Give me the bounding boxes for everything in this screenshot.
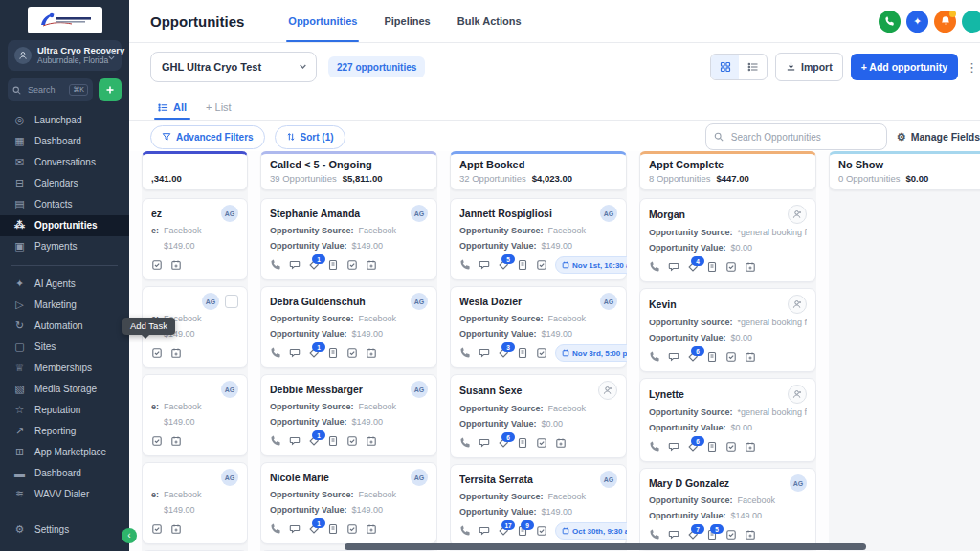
calendar-icon[interactable]	[170, 435, 182, 447]
opportunity-card[interactable]: AG e:Facebook $149.00	[142, 462, 248, 544]
message-icon[interactable]	[289, 347, 301, 359]
opportunity-card[interactable]: Wesla Dozier AG Opportunity Source: Face…	[450, 286, 627, 368]
tag-icon[interactable]: 3	[498, 347, 509, 359]
calendar-icon[interactable]	[555, 437, 567, 449]
tag-icon[interactable]: 17	[498, 525, 509, 537]
assign-user-icon[interactable]	[788, 385, 807, 404]
message-icon[interactable]	[479, 259, 490, 271]
sidebar-item-ai-agents[interactable]: ✦ AI Agents	[0, 274, 129, 295]
notes-icon[interactable]	[706, 351, 718, 363]
opportunity-card[interactable]: Debbie Messbarger AG Opportunity Source:…	[260, 374, 437, 456]
notes-icon[interactable]	[706, 261, 718, 273]
opportunity-card[interactable]: Morgan Opportunity Source: *general book…	[639, 198, 816, 282]
opportunity-card[interactable]: Susann Sexe Opportunity Source: Facebook…	[450, 374, 627, 458]
tag-icon[interactable]: 1	[308, 435, 320, 447]
opportunity-card[interactable]: Nicole Marie AG Opportunity Source: Face…	[260, 462, 437, 544]
opportunity-card[interactable]: Mary D Gonzalez AG Opportunity Source: F…	[639, 468, 816, 550]
task-icon[interactable]	[346, 259, 358, 271]
notes-icon[interactable]	[517, 437, 528, 449]
task-icon[interactable]	[151, 347, 163, 359]
sidebar-item-payments[interactable]: ▣ Payments	[0, 236, 129, 257]
opportunity-card[interactable]: Jannett Rospigliosi AG Opportunity Sourc…	[450, 198, 627, 280]
tag-icon[interactable]: 6	[498, 437, 509, 449]
list-view-icon[interactable]	[739, 55, 767, 79]
import-button[interactable]: Import	[775, 53, 843, 81]
tag-icon[interactable]: 1	[308, 523, 320, 535]
opportunity-card[interactable]: ezAG e:Facebook $149.00	[142, 198, 248, 280]
sidebar-item-marketing[interactable]: ▷ Marketing	[0, 295, 129, 316]
sidebar-item-memberships[interactable]: ♕ Memberships	[0, 358, 129, 379]
calendar-icon[interactable]	[745, 441, 756, 452]
message-icon[interactable]	[668, 529, 679, 540]
task-icon[interactable]	[536, 437, 547, 449]
tab-add-list[interactable]: + List	[198, 101, 239, 120]
appointment-badge[interactable]: Oct 30th, 9:30 am	[555, 522, 627, 540]
opportunity-card[interactable]: Stephanie Amanda AG Opportunity Source: …	[260, 198, 437, 280]
task-icon[interactable]	[725, 351, 737, 363]
notes-icon[interactable]: 9	[517, 525, 528, 537]
message-icon[interactable]	[289, 435, 301, 447]
calendar-icon[interactable]	[745, 261, 756, 273]
call-icon[interactable]	[270, 347, 281, 359]
sidebar-item-launchpad[interactable]: ◎ Launchpad	[0, 110, 129, 131]
calendar-icon[interactable]	[745, 529, 756, 540]
calendar-icon[interactable]	[170, 523, 182, 535]
grid-view-icon[interactable]	[711, 55, 739, 79]
sidebar-item-dashboard-2[interactable]: ▬ Dashboard	[0, 463, 129, 484]
account-switcher[interactable]: Ultra Cryo Recovery Auburndale, Florida	[8, 40, 122, 71]
call-icon[interactable]	[459, 259, 471, 271]
advanced-filters-button[interactable]: Advanced Filters	[150, 125, 265, 149]
appointment-badge[interactable]: Nov 1st, 10:30 am	[555, 256, 627, 274]
notes-icon[interactable]	[327, 259, 339, 271]
call-icon[interactable]	[459, 525, 471, 537]
sidebar-item-reporting[interactable]: ↗ Reporting	[0, 421, 129, 442]
calendar-icon[interactable]	[366, 435, 377, 447]
task-icon[interactable]	[346, 347, 358, 359]
sparkle-icon[interactable]: ✦	[906, 11, 928, 33]
horizontal-scrollbar[interactable]	[345, 543, 866, 550]
notes-icon[interactable]	[327, 347, 339, 359]
task-icon[interactable]	[536, 259, 547, 271]
notes-icon[interactable]	[517, 347, 528, 359]
sidebar-item-conversations[interactable]: ✉ Conversations	[0, 152, 129, 173]
tab-opportunities[interactable]: Opportunities	[275, 0, 370, 42]
opportunity-card[interactable]: Lynette Opportunity Source: *general boo…	[639, 378, 816, 462]
call-icon[interactable]	[270, 523, 281, 535]
notes-icon[interactable]	[327, 435, 339, 447]
opportunity-card[interactable]: Kevin Opportunity Source: *general booki…	[639, 288, 816, 372]
call-icon[interactable]	[649, 261, 660, 273]
calendar-icon[interactable]	[366, 259, 377, 271]
sidebar-item-calendars[interactable]: ⊟ Calendars	[0, 173, 129, 194]
task-icon[interactable]	[151, 435, 163, 447]
sidebar-item-wavv-dialer[interactable]: ≋ WAVV Dialer	[0, 484, 129, 505]
assign-user-icon[interactable]	[788, 205, 807, 224]
task-icon[interactable]	[151, 523, 163, 535]
pipeline-select[interactable]: GHL Ultra Cryo Test	[150, 52, 317, 82]
task-icon[interactable]	[346, 435, 358, 447]
call-icon[interactable]	[270, 435, 281, 447]
tab-pipelines[interactable]: Pipelines	[370, 0, 443, 42]
sidebar-item-automation[interactable]: ↻ Automation	[0, 316, 129, 337]
tab-bulk-actions[interactable]: Bulk Actions	[444, 0, 535, 42]
tab-all[interactable]: All	[150, 101, 194, 120]
task-icon[interactable]	[536, 347, 547, 359]
card-checkbox[interactable]	[225, 295, 238, 308]
message-icon[interactable]	[668, 261, 679, 273]
opportunity-card[interactable]: Debra Guldenschuh AG Opportunity Source:…	[260, 286, 437, 368]
sidebar-item-opportunities[interactable]: ⁂ Opportunities	[0, 215, 129, 236]
calendar-icon[interactable]	[366, 523, 377, 535]
task-icon[interactable]	[725, 441, 737, 452]
add-opportunity-button[interactable]: + Add opportunity	[851, 54, 958, 80]
tag-icon[interactable]: 7	[687, 529, 699, 540]
tag-icon[interactable]: 1	[308, 347, 320, 359]
sidebar-item-contacts[interactable]: ▤ Contacts	[0, 194, 129, 215]
sidebar-item-settings[interactable]: ⚙ Settings	[0, 518, 129, 540]
sidebar-item-reputation[interactable]: ☆ Reputation	[0, 400, 129, 421]
task-icon[interactable]	[725, 529, 737, 540]
call-icon[interactable]	[649, 441, 660, 452]
call-icon[interactable]	[459, 347, 471, 359]
opportunity-card[interactable]: Terrsita Serrata AG Opportunity Source: …	[450, 464, 627, 546]
message-icon[interactable]	[668, 351, 679, 363]
tag-icon[interactable]: 5	[498, 259, 509, 271]
phone-icon[interactable]	[879, 11, 901, 33]
